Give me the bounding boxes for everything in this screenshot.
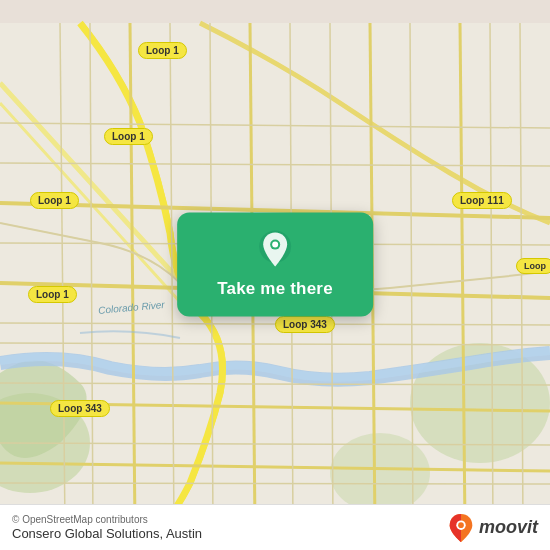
take-me-there-overlay: Take me there bbox=[177, 213, 373, 317]
bottom-left-info: © OpenStreetMap contributors Consero Glo… bbox=[12, 514, 202, 541]
loop-label-4: Loop 1 bbox=[28, 286, 77, 303]
location-name: Consero Global Solutions, Austin bbox=[12, 526, 202, 541]
location-pin-icon bbox=[253, 229, 297, 273]
svg-line-21 bbox=[0, 483, 550, 484]
svg-point-35 bbox=[458, 522, 464, 528]
moovit-pin-icon bbox=[447, 512, 475, 544]
take-me-there-button[interactable]: Take me there bbox=[217, 279, 333, 299]
loop-label-right: Loop bbox=[516, 258, 550, 274]
loop-label-2: Loop 1 bbox=[104, 128, 153, 145]
attribution: © OpenStreetMap contributors bbox=[12, 514, 202, 525]
svg-point-33 bbox=[272, 242, 278, 248]
moovit-brand-text: moovit bbox=[479, 517, 538, 538]
loop-label-343-center: Loop 343 bbox=[275, 316, 335, 333]
loop-label-111: Loop 111 bbox=[452, 192, 512, 209]
green-card: Take me there bbox=[177, 213, 373, 317]
moovit-logo: moovit bbox=[447, 512, 538, 544]
loop-label-3: Loop 1 bbox=[30, 192, 79, 209]
loop-label-343-lower: Loop 343 bbox=[50, 400, 110, 417]
bottom-bar: © OpenStreetMap contributors Consero Glo… bbox=[0, 504, 550, 550]
map-container: Loop 1 Loop 1 Loop 1 Loop 1 Loop 111 Loo… bbox=[0, 0, 550, 550]
loop-label-1: Loop 1 bbox=[138, 42, 187, 59]
